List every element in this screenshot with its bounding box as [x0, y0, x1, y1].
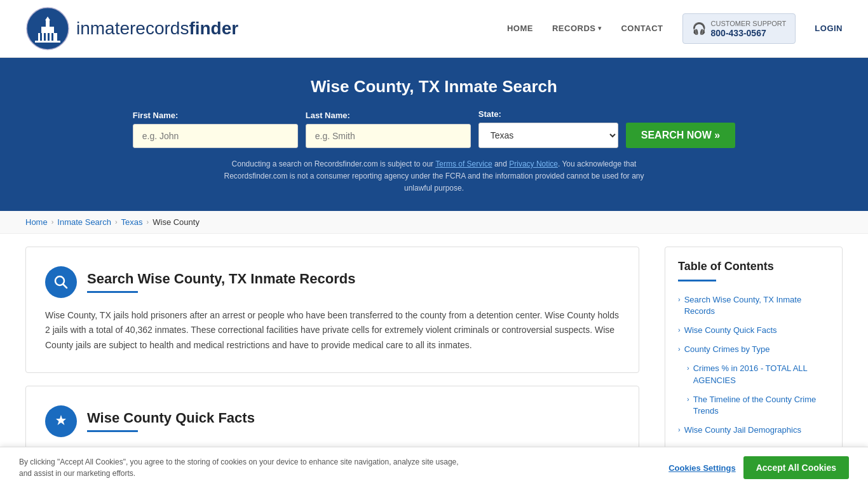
breadcrumb-sep-2: ›	[115, 218, 118, 226]
section1-title-area: Search Wise County, TX Inmate Records	[87, 271, 355, 293]
section1-title: Search Wise County, TX Inmate Records	[87, 271, 355, 287]
accept-cookies-button[interactable]: Accept All Cookies	[743, 456, 849, 479]
search-icon	[45, 266, 77, 298]
chevron-right-icon: ›	[678, 345, 681, 353]
toc-item: ›Search Wise County, TX Inmate Records	[678, 290, 829, 321]
logo-text: inmaterecordsfinder	[76, 18, 238, 39]
customer-support: 🎧 CUSTOMER SUPPORT 800-433-0567	[682, 13, 796, 44]
chevron-right-icon: ›	[678, 295, 681, 303]
last-name-input[interactable]	[306, 124, 471, 148]
svg-rect-6	[40, 33, 42, 41]
section2-underline	[87, 430, 138, 432]
chevron-right-icon: ›	[678, 326, 681, 334]
toc-item: ›Crimes % in 2016 - TOTAL ALL AGENCIES	[678, 359, 829, 390]
search-form: First Name: Last Name: State: AlabamaAla…	[25, 109, 843, 148]
chevron-right-icon: ›	[687, 395, 689, 403]
first-name-label: First Name:	[133, 111, 179, 120]
svg-rect-8	[48, 33, 50, 41]
state-label: State:	[478, 109, 501, 119]
terms-link[interactable]: Terms of Service	[435, 159, 492, 168]
nav-contact[interactable]: CONTACT	[621, 24, 663, 33]
first-name-input[interactable]	[133, 124, 298, 148]
toc-divider	[678, 280, 716, 281]
search-banner: Wise County, TX Inmate Search First Name…	[0, 58, 868, 211]
nav-login[interactable]: LOGIN	[815, 24, 843, 33]
privacy-link[interactable]: Privacy Notice	[509, 159, 558, 168]
section1-underline	[87, 291, 138, 293]
toc-item: ›Wise County Quick Facts	[678, 321, 829, 340]
breadcrumb-sep-3: ›	[147, 218, 149, 226]
last-name-label: Last Name:	[306, 111, 350, 120]
search-button[interactable]: SEARCH NOW »	[626, 123, 735, 148]
cookie-actions: Cookies Settings Accept All Cookies	[668, 456, 849, 479]
chevron-down-icon: ▾	[598, 24, 602, 32]
content-right: Table of Contents ›Search Wise County, T…	[665, 247, 843, 467]
toc-title: Table of Contents	[678, 260, 829, 273]
cookie-text: By clicking "Accept All Cookies", you ag…	[19, 456, 464, 479]
toc-link[interactable]: The Timeline of the County Crime Trends	[693, 394, 829, 417]
nav-records[interactable]: RECORDS	[552, 24, 596, 33]
state-group: State: AlabamaAlaskaArizonaArkansasCalif…	[478, 109, 618, 148]
header: inmaterecordsfinder HOME RECORDS ▾ CONTA…	[0, 0, 868, 58]
support-phone: 800-433-0567	[711, 28, 787, 38]
svg-rect-9	[51, 33, 53, 41]
disclaimer-text: Conducting a search on Recordsfinder.com…	[212, 158, 656, 195]
toc-link[interactable]: Wise County Quick Facts	[684, 325, 777, 336]
first-name-group: First Name:	[133, 111, 298, 148]
toc-link[interactable]: Wise County Jail Demographics	[684, 424, 801, 436]
section2-title: Wise County Quick Facts	[87, 410, 255, 426]
svg-rect-7	[44, 33, 46, 41]
breadcrumb-sep-1: ›	[51, 218, 54, 226]
section2-title-area: Wise County Quick Facts	[87, 410, 255, 432]
cookies-settings-button[interactable]: Cookies Settings	[668, 463, 735, 473]
content-left: Search Wise County, TX Inmate Records Wi…	[25, 247, 652, 467]
toc-link[interactable]: Crimes % in 2016 - TOTAL ALL AGENCIES	[693, 363, 829, 386]
breadcrumb-inmate-search[interactable]: Inmate Search	[57, 217, 111, 227]
state-select[interactable]: AlabamaAlaskaArizonaArkansasCaliforniaCo…	[478, 123, 618, 148]
breadcrumb-home[interactable]: Home	[25, 217, 48, 227]
main-layout: Search Wise County, TX Inmate Records Wi…	[0, 247, 868, 467]
section-inmate-records: Search Wise County, TX Inmate Records Wi…	[25, 247, 639, 373]
toc-item: ›The Timeline of the County Crime Trends	[678, 390, 829, 421]
toc-box: Table of Contents ›Search Wise County, T…	[665, 247, 843, 454]
svg-line-11	[64, 284, 67, 288]
headset-icon: 🎧	[692, 22, 706, 36]
nav-home[interactable]: HOME	[507, 24, 533, 33]
nav-records-group: RECORDS ▾	[552, 24, 602, 33]
svg-rect-5	[35, 41, 60, 43]
logo-icon	[25, 6, 70, 51]
breadcrumb: Home › Inmate Search › Texas › Wise Coun…	[0, 211, 868, 234]
breadcrumb-texas[interactable]: Texas	[121, 217, 143, 227]
support-label: CUSTOMER SUPPORT	[711, 19, 787, 28]
facts-icon	[45, 405, 77, 437]
toc-item: ›Wise County Jail Demographics	[678, 421, 829, 440]
chevron-right-icon: ›	[678, 426, 681, 433]
main-nav: HOME RECORDS ▾ CONTACT 🎧 CUSTOMER SUPPOR…	[507, 13, 843, 44]
toc-item: ›County Crimes by Type	[678, 340, 829, 359]
toc-list: ›Search Wise County, TX Inmate Records›W…	[678, 290, 829, 440]
section1-heading: Search Wise County, TX Inmate Records	[45, 266, 620, 298]
banner-title: Wise County, TX Inmate Search	[25, 77, 843, 97]
support-info: CUSTOMER SUPPORT 800-433-0567	[711, 19, 787, 38]
toc-link[interactable]: County Crimes by Type	[684, 344, 770, 355]
cookie-banner: By clicking "Accept All Cookies", you ag…	[0, 447, 868, 488]
svg-rect-3	[46, 20, 50, 28]
logo: inmaterecordsfinder	[25, 6, 238, 51]
last-name-group: Last Name:	[306, 111, 471, 148]
toc-link[interactable]: Search Wise County, TX Inmate Records	[684, 294, 829, 317]
section1-body: Wise County, TX jails hold prisoners aft…	[45, 308, 620, 353]
chevron-right-icon: ›	[687, 364, 689, 372]
breadcrumb-current: Wise County	[153, 217, 200, 227]
section2-heading: Wise County Quick Facts	[45, 405, 620, 437]
